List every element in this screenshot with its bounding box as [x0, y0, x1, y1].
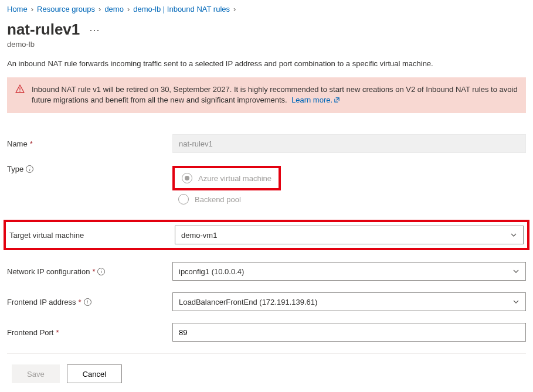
svg-point-1 [19, 91, 21, 92]
save-button: Save [12, 364, 60, 383]
footer-actions: Save Cancel [7, 353, 526, 392]
warning-text: Inbound NAT rule v1 will be retired on 3… [32, 84, 518, 106]
name-input [172, 134, 526, 153]
chevron-right-icon: › [99, 5, 101, 13]
page-title: nat-rulev1 [7, 21, 80, 39]
network-ip-select[interactable]: ipconfig1 (10.0.0.4) [172, 262, 526, 281]
breadcrumb: Home › Resource groups › demo › demo-lb … [7, 0, 526, 19]
page-description: An inbound NAT rule forwards incoming tr… [7, 59, 526, 68]
target-vm-select[interactable]: demo-vm1 [175, 226, 524, 244]
chevron-right-icon: › [127, 5, 130, 13]
target-vm-label: Target virtual machine [9, 231, 175, 240]
network-ip-label: Network IP configuration * i [7, 267, 172, 276]
info-icon[interactable]: i [26, 165, 33, 173]
cancel-button[interactable]: Cancel [67, 364, 122, 383]
learn-more-link[interactable]: Learn more. [291, 96, 340, 104]
chevron-right-icon: › [31, 5, 33, 13]
frontend-port-label: Frontend Port * [7, 328, 172, 337]
chevron-down-icon [512, 268, 520, 275]
radio-backend-pool[interactable]: Backend pool [172, 190, 526, 208]
external-link-icon [334, 96, 340, 106]
info-icon[interactable]: i [84, 298, 91, 306]
page-subtitle: demo-lb [7, 40, 526, 49]
warning-banner: Inbound NAT rule v1 will be retired on 3… [7, 77, 526, 113]
breadcrumb-link-resource-groups[interactable]: Resource groups [37, 5, 95, 13]
type-label: Type i [7, 165, 172, 173]
chevron-right-icon: › [233, 5, 236, 13]
name-label: Name * [7, 139, 172, 148]
breadcrumb-link-home[interactable]: Home [7, 5, 28, 13]
frontend-ip-label: Frontend IP address * i [7, 298, 172, 306]
chevron-down-icon [512, 298, 520, 305]
radio-icon [178, 194, 189, 204]
frontend-ip-select[interactable]: LoadBalancerFrontEnd (172.191.139.61) [172, 292, 526, 311]
radio-icon [182, 173, 192, 183]
more-menu-button[interactable]: ⋯ [89, 23, 101, 36]
breadcrumb-link-demo[interactable]: demo [104, 5, 124, 13]
frontend-port-input[interactable] [172, 323, 526, 342]
info-icon[interactable]: i [97, 268, 105, 275]
warning-triangle-icon [15, 84, 25, 106]
breadcrumb-link-inbound-nat[interactable]: demo-lb | Inbound NAT rules [133, 5, 230, 13]
chevron-down-icon [510, 231, 517, 238]
radio-azure-vm[interactable]: Azure virtual machine [176, 169, 277, 187]
